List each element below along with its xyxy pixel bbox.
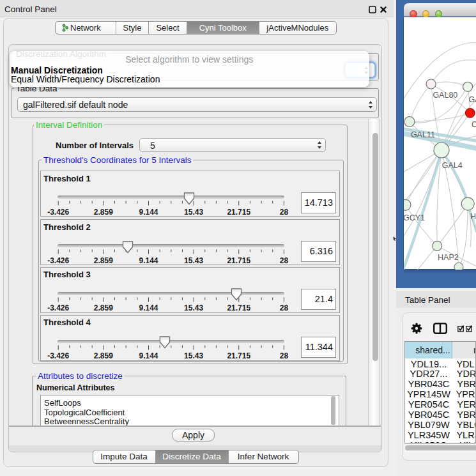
svg-text:H: H: [470, 212, 476, 221]
svg-text:GAL80: GAL80: [433, 91, 457, 100]
svg-text:GA: GA: [469, 95, 476, 104]
svg-text:HAP2: HAP2: [438, 253, 459, 262]
svg-text:GAL4: GAL4: [442, 160, 463, 169]
svg-text:C: C: [472, 120, 476, 129]
svg-text:GCY1: GCY1: [404, 213, 425, 222]
svg-text:GAL11: GAL11: [411, 130, 435, 139]
